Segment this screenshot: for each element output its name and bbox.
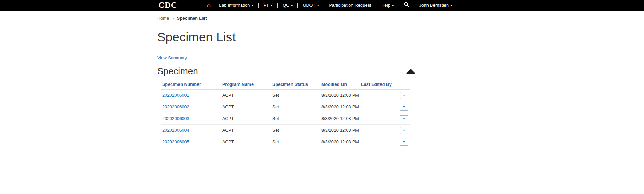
specimen-number-link[interactable]: 20202006005 [162,140,189,145]
cdc-logo[interactable]: CDC [157,0,179,11]
section-title: Specimen [157,66,198,77]
chevron-down-icon: ▾ [403,105,405,109]
collapse-section-icon[interactable] [406,69,415,74]
top-navbar: CDC ⌂ Lab Information ▾ PT ▾ QC ▾ UDOT ▾… [0,0,644,11]
table-row: 20202006001 ACPT Set 8/3/2020 12:08 PM ▾ [161,90,410,101]
program-name-cell: ACPT [221,90,271,101]
specimen-number-link[interactable]: 20202006001 [162,93,189,98]
chevron-down-icon: ▾ [403,129,405,132]
nav-divider [399,3,399,8]
table-header-row: Specimen Number↑ Program Name Specimen S… [161,80,410,90]
specimen-number-link[interactable]: 20202006004 [162,128,189,133]
nav-divider [414,3,414,8]
specimen-status-cell: Set [271,90,320,101]
modified-on-cell: 8/3/2020 12:08 PM [320,136,360,148]
nav-item[interactable]: Help ▾ [377,0,398,11]
chevron-down-icon: ▾ [392,4,394,7]
view-summary-link[interactable]: View Summary [157,55,187,60]
breadcrumb: Home > Specimen List [157,11,417,21]
table-row: 20202006005 ACPT Set 8/3/2020 12:08 PM ▾ [161,136,410,148]
nav-item-label: Participation Request [329,3,371,8]
specimen-number-link[interactable]: 20202006003 [162,116,189,121]
nav-item-label: Help [381,3,390,8]
row-actions-dropdown[interactable]: ▾ [400,127,408,134]
specimen-number-link[interactable]: 20202006002 [162,105,189,110]
breadcrumb-separator: > [172,16,174,20]
last-edited-by-cell [360,101,398,113]
search-button[interactable] [400,0,413,11]
chevron-down-icon: ▾ [403,140,405,144]
table-row: 20202006004 ACPT Set 8/3/2020 12:08 PM ▾ [161,125,410,136]
specimen-status-cell: Set [271,113,320,125]
specimen-status-cell: Set [271,136,320,148]
breadcrumb-home-link[interactable]: Home [157,16,169,21]
page-title: Specimen List [157,30,417,44]
specimen-status-cell: Set [271,101,320,113]
chevron-down-icon: ▾ [317,4,319,7]
specimen-table: Specimen Number↑ Program Name Specimen S… [161,80,410,148]
modified-on-cell: 8/3/2020 12:08 PM [320,90,360,101]
chevron-down-icon: ▾ [271,4,273,7]
row-actions-dropdown[interactable]: ▾ [400,115,408,122]
column-header-actions [398,80,410,90]
nav-item[interactable]: QC ▾ [278,0,297,11]
last-edited-by-cell [360,113,398,125]
chevron-down-icon: ▾ [252,4,253,7]
last-edited-by-cell [360,125,398,136]
user-name: John Bernstein [419,3,449,8]
home-icon[interactable]: ⌂ [203,0,215,11]
nav-divider [277,3,278,8]
modified-on-cell: 8/3/2020 12:08 PM [320,113,360,125]
row-actions-dropdown[interactable]: ▾ [400,92,408,99]
program-name-cell: ACPT [221,125,271,136]
sort-ascending-icon: ↑ [202,82,204,87]
nav-divider [324,3,324,8]
table-row: 20202006002 ACPT Set 8/3/2020 12:08 PM ▾ [161,101,410,113]
row-actions-dropdown[interactable]: ▾ [400,139,408,146]
nav-divider [258,3,259,8]
user-menu[interactable]: John Bernstein ▾ [415,0,457,11]
last-edited-by-cell [360,136,398,148]
specimen-status-cell: Set [271,125,320,136]
nav-item-label: Lab Information [219,3,250,8]
nav-items: Lab Information ▾ PT ▾ QC ▾ UDOT ▾ Parti… [215,0,400,11]
nav-item[interactable]: Lab Information ▾ [215,0,257,11]
nav-item-label: PT [264,3,269,8]
chevron-down-icon: ▾ [403,94,405,97]
last-edited-by-cell [360,90,398,101]
table-row: 20202006003 ACPT Set 8/3/2020 12:08 PM ▾ [161,113,410,125]
nav-item[interactable]: Participation Request [325,0,375,11]
nav-item-label: UDOT [303,3,315,8]
nav-item[interactable]: UDOT ▾ [299,0,323,11]
modified-on-cell: 8/3/2020 12:08 PM [320,125,360,136]
row-actions-dropdown[interactable]: ▾ [400,104,408,111]
search-icon [404,2,409,8]
column-header-last-edited-by[interactable]: Last Edited By [360,80,398,90]
modified-on-cell: 8/3/2020 12:08 PM [320,101,360,113]
specimen-section-header: Specimen [157,66,417,77]
column-header-specimen-number[interactable]: Specimen Number↑ [161,80,221,90]
column-header-label: Specimen Number [162,82,201,87]
title-divider [157,49,417,49]
chevron-down-icon: ▾ [291,4,293,7]
chevron-down-icon: ▾ [451,4,453,7]
nav-divider [297,3,298,8]
column-header-modified-on[interactable]: Modified On [320,80,360,90]
nav-item-label: QC [283,3,289,8]
chevron-down-icon: ▾ [403,117,405,120]
nav-divider [376,3,376,8]
navbar-inner: CDC ⌂ Lab Information ▾ PT ▾ QC ▾ UDOT ▾… [0,0,456,11]
program-name-cell: ACPT [221,113,271,125]
program-name-cell: ACPT [221,136,271,148]
breadcrumb-current: Specimen List [177,16,207,21]
nav-item[interactable]: PT ▾ [259,0,277,11]
column-header-specimen-status[interactable]: Specimen Status [271,80,320,90]
page-container: Home > Specimen List Specimen List View … [157,11,417,148]
column-header-program-name[interactable]: Program Name [221,80,271,90]
program-name-cell: ACPT [221,101,271,113]
